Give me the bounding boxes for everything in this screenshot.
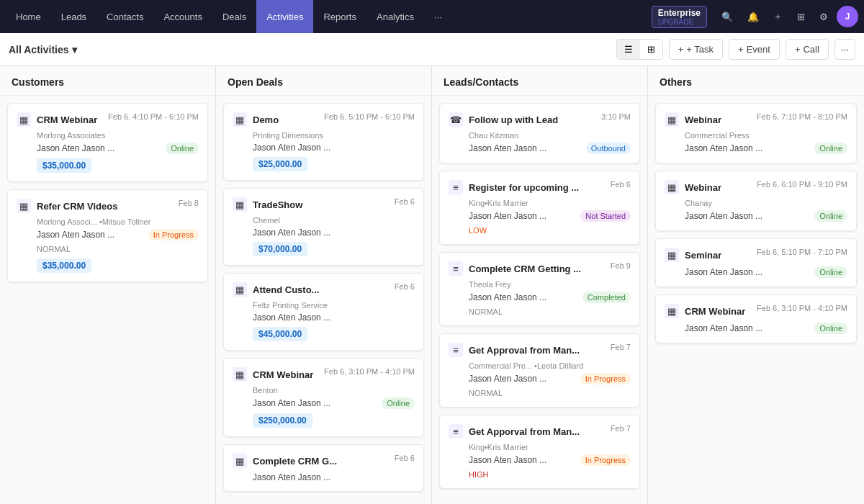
nav-home[interactable]: Home (6, 0, 51, 33)
card-others-2[interactable]: ▦SeminarFeb 6, 5:10 PM - 7:10 PMJason At… (655, 238, 857, 287)
nav-analytics[interactable]: Analytics (366, 0, 424, 33)
card-title: Demo (253, 114, 279, 125)
card-header-row: ▦CRM WebinarFeb 6, 3:10 PM - 4:10 PM (665, 304, 847, 318)
nav-reports[interactable]: Reports (313, 0, 366, 33)
card-meta-row: Jason Aten Jason ...Online (233, 397, 415, 409)
card-leads-contacts-0[interactable]: ☎Follow up with Lead3:10 PMChau KitzmanJ… (439, 103, 640, 163)
card-assignees: Jason Aten Jason ... (685, 267, 762, 277)
grid-view-button[interactable]: ⊞ (640, 40, 662, 59)
card-leads-contacts-1[interactable]: ≡Register for upcoming ...Feb 6King•Kris… (439, 171, 640, 245)
card-open-deals-2[interactable]: ▦Attend Custo...Feb 6Feltz Printing Serv… (223, 273, 424, 351)
list-view-button[interactable]: ☰ (617, 40, 640, 59)
card-status-badge: In Progress (580, 373, 631, 384)
task-button[interactable]: + + Task (669, 39, 723, 60)
add-icon[interactable]: ＋ (768, 6, 788, 27)
column-header-open-deals: Open Deals (216, 66, 431, 96)
card-type-icon: ▦ (233, 367, 247, 382)
nav-contacts[interactable]: Contacts (96, 0, 153, 33)
column-leads-contacts: Leads/Contacts☎Follow up with Lead3:10 P… (432, 66, 648, 504)
card-meta-row: Jason Aten Jason ...In Progress (449, 454, 631, 466)
card-type-icon: ≡ (449, 424, 463, 438)
notifications-icon[interactable]: 🔔 (742, 7, 765, 27)
nav-deals[interactable]: Deals (212, 0, 256, 33)
task-label: + Task (686, 44, 714, 55)
card-assignees: Jason Aten Jason ... (253, 228, 330, 238)
card-type-icon: ▦ (233, 282, 247, 297)
card-title: Get Apporval from Man... (469, 426, 580, 437)
card-status-badge: Online (814, 323, 847, 334)
card-status-badge: Completed (582, 292, 631, 303)
card-date: Feb 6, 7:10 PM - 8:10 PM (757, 112, 847, 121)
card-date: Feb 6, 6:10 PM - 9:10 PM (757, 180, 847, 189)
activities-label: All Activities (9, 44, 69, 55)
more-options-button[interactable]: ··· (834, 39, 855, 60)
call-button[interactable]: + Call (786, 39, 829, 60)
nav-accounts[interactable]: Accounts (153, 0, 212, 33)
card-header-row: ≡Register for upcoming ...Feb 6 (449, 180, 631, 194)
search-icon[interactable]: 🔍 (716, 7, 739, 27)
card-customers-1[interactable]: ▦Refer CRM VideosFeb 8Morlong Associ... … (7, 189, 208, 282)
card-open-deals-0[interactable]: ▦DemoFeb 6, 5:10 PM - 6:10 PMPrinting Di… (223, 103, 424, 181)
column-header-others: Others (648, 66, 864, 96)
column-open-deals: Open Deals▦DemoFeb 6, 5:10 PM - 6:10 PMP… (216, 66, 432, 504)
card-company: King•Kris Marrier (449, 199, 631, 207)
call-plus-icon: + (795, 44, 801, 55)
card-amount: $70,000.00 (253, 242, 307, 256)
card-assignees: Jason Aten Jason ... (37, 230, 114, 240)
card-company: Chanay (665, 199, 847, 207)
card-priority: LOW (449, 225, 631, 235)
card-company: Commercial Pre... •Leota Dilliard (449, 361, 631, 370)
card-company: Printing Dimensions (233, 131, 415, 140)
card-header-row: ▦CRM WebinarFeb 6, 4:10 PM - 6:10 PM (17, 112, 199, 127)
card-others-0[interactable]: ▦WebinarFeb 6, 7:10 PM - 8:10 PMCommerci… (655, 103, 857, 163)
card-meta-row: Jason Aten Jason ... (233, 472, 415, 482)
card-title: TradeShow (253, 199, 302, 210)
card-type-icon: ▦ (233, 197, 247, 212)
card-date: Feb 7 (611, 424, 631, 433)
card-assignees: Jason Aten Jason ... (685, 323, 762, 333)
card-open-deals-3[interactable]: ▦CRM WebinarFeb 6, 3:10 PM - 4:10 PMBent… (223, 358, 424, 437)
card-amount: $45,000.00 (253, 327, 307, 341)
card-meta-row: Jason Aten Jason ...Online (665, 210, 847, 222)
card-open-deals-4[interactable]: ▦Complete CRM G...Feb 6Jason Aten Jason … (223, 444, 424, 492)
column-customers: Customers▦CRM WebinarFeb 6, 4:10 PM - 6:… (0, 66, 216, 504)
card-status-badge: Online (382, 397, 415, 409)
card-header-row: ▦DemoFeb 6, 5:10 PM - 6:10 PM (233, 112, 415, 127)
card-date: Feb 6, 3:10 PM - 4:10 PM (757, 304, 847, 312)
call-label: Call (803, 44, 819, 55)
card-date: Feb 6, 5:10 PM - 7:10 PM (757, 248, 847, 256)
card-meta-row: Jason Aten Jason ... (233, 228, 415, 238)
card-amount: $35,000.00 (37, 158, 91, 173)
card-leads-contacts-2[interactable]: ≡Complete CRM Getting ...Feb 9Theola Fre… (439, 252, 640, 326)
card-open-deals-1[interactable]: ▦TradeShowFeb 6ChemelJason Aten Jason ..… (223, 188, 424, 266)
activities-title[interactable]: All Activities ▾ (9, 44, 77, 55)
card-meta-row: Jason Aten Jason ...Not Started (449, 210, 631, 222)
card-status-badge: Online (814, 143, 847, 154)
card-meta-row: Jason Aten Jason ...Outbound (449, 143, 631, 154)
card-meta-row: Jason Aten Jason ...Completed (449, 292, 631, 303)
card-meta-row: Jason Aten Jason ...Online (665, 323, 847, 334)
card-title: Complete CRM G... (253, 456, 337, 467)
card-assignees: Jason Aten Jason ... (253, 312, 330, 323)
card-others-3[interactable]: ▦CRM WebinarFeb 6, 3:10 PM - 4:10 PMJaso… (655, 294, 857, 343)
settings-icon[interactable]: ⚙ (814, 7, 834, 27)
event-button[interactable]: + Event (729, 39, 780, 60)
card-title: CRM Webinar (37, 114, 97, 125)
nav-more[interactable]: ··· (424, 0, 452, 33)
avatar[interactable]: J (837, 6, 858, 27)
card-date: Feb 9 (611, 261, 631, 270)
enterprise-title: Enterprise (658, 8, 701, 18)
card-date: Feb 6, 3:10 PM - 4:10 PM (324, 367, 415, 376)
card-customers-0[interactable]: ▦CRM WebinarFeb 6, 4:10 PM - 6:10 PMMorl… (7, 103, 208, 182)
view-toggle: ☰ ⊞ (616, 39, 663, 60)
card-date: 3:10 PM (601, 112, 631, 121)
card-assignees: Jason Aten Jason ... (685, 211, 762, 221)
card-assignees: Jason Aten Jason ... (253, 398, 330, 408)
card-leads-contacts-3[interactable]: ≡Get Approval from Man...Feb 7Commercial… (439, 333, 640, 408)
card-date: Feb 6 (395, 197, 415, 206)
card-leads-contacts-4[interactable]: ≡Get Apporval from Man...Feb 7King•Kris … (439, 415, 640, 489)
apps-icon[interactable]: ⊞ (791, 7, 811, 27)
nav-leads[interactable]: Leads (51, 0, 96, 33)
card-others-1[interactable]: ▦WebinarFeb 6, 6:10 PM - 9:10 PMChanayJa… (655, 171, 857, 231)
nav-activities[interactable]: Activities (256, 0, 313, 33)
